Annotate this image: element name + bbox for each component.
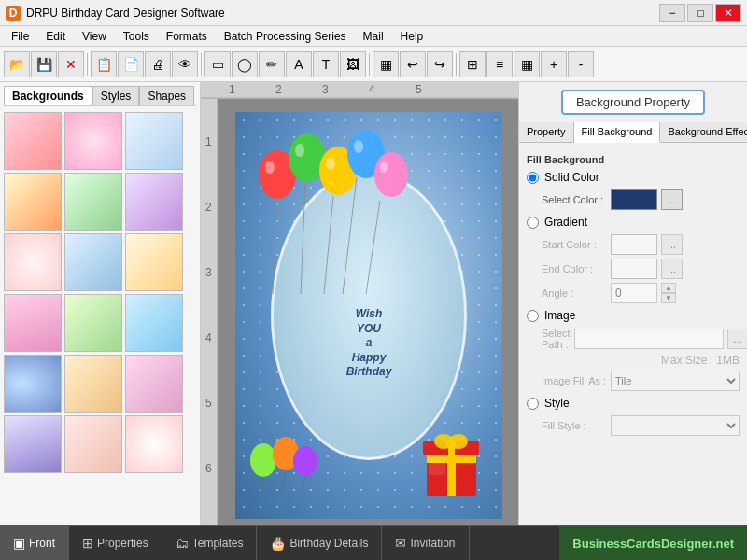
thumb-3[interactable] bbox=[125, 112, 183, 170]
svg-point-40 bbox=[293, 446, 317, 476]
thumb-14[interactable] bbox=[64, 355, 122, 413]
tb-barcode[interactable]: ▦ bbox=[373, 51, 399, 77]
thumb-17[interactable] bbox=[64, 415, 122, 473]
tb-open[interactable]: 📂 bbox=[4, 51, 30, 77]
bottom-tab-templates[interactable]: 🗂 Templates bbox=[162, 526, 258, 560]
thumb-1[interactable] bbox=[4, 112, 62, 170]
tb-close[interactable]: ✕ bbox=[58, 51, 84, 77]
select-color-button[interactable]: ... bbox=[661, 189, 683, 210]
tb-align[interactable]: ≡ bbox=[486, 51, 513, 77]
bottom-tab-properties[interactable]: ⊞ Properties bbox=[69, 526, 162, 560]
tb-zoom-out[interactable]: - bbox=[568, 51, 594, 77]
brand-label: BusinessCardsDesigner.net bbox=[559, 526, 747, 560]
tb-pen[interactable]: ✏ bbox=[259, 51, 285, 77]
thumb-5[interactable] bbox=[64, 173, 122, 231]
tb-wordart[interactable]: T bbox=[313, 51, 339, 77]
tab-shapes[interactable]: Shapes bbox=[139, 86, 194, 105]
menu-edit[interactable]: Edit bbox=[38, 28, 73, 45]
solid-color-label: Solid Color bbox=[544, 171, 599, 184]
svg-line-14 bbox=[273, 201, 277, 294]
left-panel: Backgrounds Styles Shapes bbox=[0, 82, 201, 525]
tb-text[interactable]: A bbox=[286, 51, 312, 77]
close-button[interactable]: ✕ bbox=[715, 4, 741, 22]
properties-label: Properties bbox=[97, 537, 148, 550]
svg-text:6: 6 bbox=[205, 462, 212, 475]
path-browse-button: ... bbox=[727, 329, 747, 349]
max-size-label: Max Size : 1MB bbox=[661, 354, 740, 367]
tab-backgrounds[interactable]: Backgrounds bbox=[4, 86, 92, 105]
thumb-16[interactable] bbox=[4, 415, 62, 473]
bottom-tab-front[interactable]: ▣ Front bbox=[0, 526, 69, 560]
minimize-button[interactable]: − bbox=[659, 4, 685, 22]
image-fill-as-row: Image Fill As : Tile Stretch Center bbox=[542, 371, 740, 391]
thumb-8[interactable] bbox=[64, 233, 122, 291]
thumb-6[interactable] bbox=[125, 173, 183, 231]
svg-line-16 bbox=[324, 196, 333, 294]
bottom-tab-invitation[interactable]: ✉ Invitation bbox=[382, 526, 469, 560]
fill-style-label: Fill Style : bbox=[542, 420, 607, 431]
tb-print[interactable]: 🖨 bbox=[145, 51, 171, 77]
angle-row: Angle : ▲ ▼ bbox=[542, 283, 740, 303]
tb-redo[interactable]: ↪ bbox=[427, 51, 453, 77]
right-content: Fill Background Solid Color Select Color… bbox=[519, 143, 747, 525]
menu-help[interactable]: Help bbox=[393, 28, 431, 45]
max-size-row: Max Size : 1MB bbox=[542, 354, 740, 367]
tab-background-effects[interactable]: Background Effects bbox=[660, 122, 747, 142]
tab-fill-background[interactable]: Fill Background bbox=[574, 122, 661, 143]
angle-up: ▲ bbox=[661, 283, 676, 293]
end-color-row: End Color : ... bbox=[542, 259, 740, 279]
thumb-11[interactable] bbox=[64, 294, 122, 352]
tb-copy[interactable]: 📋 bbox=[91, 51, 117, 77]
tb-undo[interactable]: ↩ bbox=[400, 51, 426, 77]
thumb-15[interactable] bbox=[125, 355, 183, 413]
radio-style[interactable] bbox=[527, 398, 539, 410]
radio-solid-color[interactable] bbox=[527, 172, 539, 184]
title-bar-controls[interactable]: − □ ✕ bbox=[659, 4, 741, 22]
tb-shape2[interactable]: ◯ bbox=[232, 51, 258, 77]
tb-save[interactable]: 💾 bbox=[31, 51, 57, 77]
thumb-18[interactable] bbox=[125, 415, 183, 473]
thumb-7[interactable] bbox=[4, 233, 62, 291]
tb-grid[interactable]: ⊞ bbox=[459, 51, 486, 77]
thumb-4[interactable] bbox=[4, 173, 62, 231]
balloons bbox=[249, 126, 399, 315]
menu-bar: File Edit View Tools Formats Batch Proce… bbox=[0, 26, 747, 47]
start-color-box bbox=[611, 234, 657, 255]
maximize-button[interactable]: □ bbox=[687, 4, 713, 22]
tb-paste[interactable]: 📄 bbox=[118, 51, 144, 77]
angle-down: ▼ bbox=[661, 293, 676, 303]
menu-formats[interactable]: Formats bbox=[159, 28, 215, 45]
gift-box bbox=[421, 432, 482, 502]
start-color-button: ... bbox=[661, 234, 683, 255]
tb-table[interactable]: ▦ bbox=[514, 51, 540, 77]
svg-rect-36 bbox=[448, 441, 455, 455]
radio-image[interactable] bbox=[527, 310, 539, 322]
end-color-button: ... bbox=[661, 259, 683, 279]
menu-file[interactable]: File bbox=[4, 28, 36, 45]
thumb-9[interactable] bbox=[125, 233, 183, 291]
select-color-box[interactable] bbox=[611, 189, 657, 210]
svg-point-38 bbox=[250, 443, 276, 477]
thumb-10[interactable] bbox=[4, 294, 62, 352]
invitation-icon: ✉ bbox=[395, 536, 406, 551]
menu-batch[interactable]: Batch Processing Series bbox=[217, 28, 354, 45]
menu-view[interactable]: View bbox=[75, 28, 114, 45]
tb-zoom-in[interactable]: + bbox=[541, 51, 567, 77]
tb-image[interactable]: 🖼 bbox=[340, 51, 366, 77]
tb-shape1[interactable]: ▭ bbox=[204, 51, 231, 77]
right-tabs: Property Fill Background Background Effe… bbox=[519, 122, 747, 143]
menu-tools[interactable]: Tools bbox=[116, 28, 157, 45]
thumb-13[interactable] bbox=[4, 355, 62, 413]
thumb-12[interactable] bbox=[125, 294, 183, 352]
svg-line-41 bbox=[261, 477, 263, 491]
menu-mail[interactable]: Mail bbox=[356, 28, 391, 45]
bottom-tab-birthday-details[interactable]: 🎂 Birthday Details bbox=[257, 526, 382, 560]
main-area: Backgrounds Styles Shapes bbox=[0, 82, 747, 525]
tab-property[interactable]: Property bbox=[519, 122, 574, 142]
tab-styles[interactable]: Styles bbox=[92, 86, 140, 105]
thumb-2[interactable] bbox=[64, 112, 122, 170]
svg-point-27 bbox=[354, 140, 363, 153]
tb-preview[interactable]: 👁 bbox=[172, 51, 198, 77]
radio-gradient[interactable] bbox=[527, 217, 539, 229]
svg-text:1: 1 bbox=[229, 83, 235, 96]
